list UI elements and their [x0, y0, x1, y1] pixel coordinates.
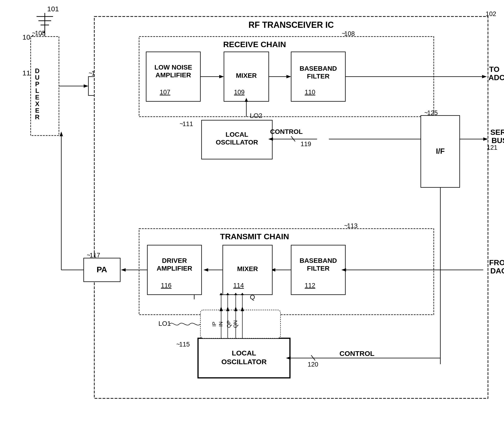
svg-text:P: P — [35, 81, 39, 88]
svg-text:AMPLIFIER: AMPLIFIER — [157, 265, 192, 272]
svg-text:121: 121 — [487, 144, 497, 151]
svg-text:115: 115 — [179, 341, 190, 348]
svg-text:~: ~ — [180, 120, 183, 127]
svg-text:112: 112 — [305, 282, 315, 289]
svg-text:107: 107 — [159, 89, 170, 96]
svg-text:FILTER: FILTER — [307, 73, 330, 80]
svg-text:~: ~ — [32, 30, 36, 37]
svg-text:OSCILLATOR: OSCILLATOR — [221, 358, 267, 365]
svg-text:I: I — [193, 293, 195, 301]
svg-text:Q: Q — [250, 293, 255, 301]
rf-ic-title: RF TRANSCEIVER IC — [248, 20, 334, 30]
svg-text:DRIVER: DRIVER — [162, 257, 187, 264]
svg-text:120: 120 — [308, 361, 318, 368]
svg-text:BUS: BUS — [491, 136, 504, 145]
svg-text:FILTER: FILTER — [307, 265, 330, 272]
svg-text:LO2: LO2 — [250, 112, 262, 119]
receive-chain-title: RECEIVE CHAIN — [223, 40, 286, 49]
svg-text:CONTROL: CONTROL — [270, 128, 303, 135]
svg-text:IN: IN — [218, 321, 224, 327]
svg-text:LOCAL: LOCAL — [232, 349, 256, 357]
svg-text:108: 108 — [344, 30, 355, 37]
svg-text:MIXER: MIXER — [237, 265, 258, 272]
svg-text:~: ~ — [344, 222, 348, 229]
svg-text:E: E — [35, 107, 39, 114]
svg-text:DAC: DAC — [490, 267, 504, 275]
transmit-chain-title: TRANSMIT CHAIN — [220, 232, 289, 241]
svg-text:102: 102 — [486, 10, 496, 17]
svg-text:U: U — [35, 74, 40, 81]
svg-text:125: 125 — [427, 109, 438, 116]
svg-text:CONTROL: CONTROL — [339, 350, 374, 357]
svg-text:AMPLIFIER: AMPLIFIER — [156, 71, 191, 79]
svg-text:X: X — [35, 100, 39, 107]
svg-text:FROM: FROM — [489, 258, 504, 267]
svg-text:~: ~ — [87, 252, 91, 259]
svg-text:LOW NOISE: LOW NOISE — [154, 64, 192, 71]
svg-text:110: 110 — [305, 89, 315, 96]
svg-text:D: D — [35, 67, 40, 74]
svg-text:~: ~ — [89, 70, 93, 77]
svg-text:L: L — [35, 87, 39, 94]
svg-text:SERIAL: SERIAL — [490, 128, 504, 136]
svg-text:105: 105 — [35, 30, 46, 37]
svg-text:ADC: ADC — [488, 73, 504, 82]
svg-text:LO1: LO1 — [159, 320, 171, 327]
svg-text:OSCILLATOR: OSCILLATOR — [216, 139, 258, 146]
svg-text:QN: QN — [232, 320, 238, 328]
svg-text:R: R — [35, 114, 40, 121]
svg-text:BASEBAND: BASEBAND — [300, 257, 337, 264]
svg-text:QP: QP — [226, 320, 232, 328]
svg-text:IP: IP — [211, 322, 217, 327]
svg-text:BASEBAND: BASEBAND — [300, 65, 337, 72]
svg-text:~: ~ — [176, 341, 180, 348]
svg-text:TO: TO — [489, 65, 499, 73]
svg-text:LOCAL: LOCAL — [225, 131, 248, 138]
svg-text:116: 116 — [161, 282, 171, 289]
svg-text:~: ~ — [424, 109, 428, 116]
svg-text:109: 109 — [234, 89, 245, 96]
svg-text:~: ~ — [342, 30, 345, 37]
svg-text:I/F: I/F — [436, 147, 444, 155]
svg-text:MIXER: MIXER — [236, 72, 257, 79]
svg-text:114: 114 — [233, 282, 244, 289]
svg-text:119: 119 — [301, 140, 311, 147]
svg-text:113: 113 — [347, 222, 358, 229]
svg-text:117: 117 — [90, 252, 100, 259]
ref-101-label: 101 — [47, 5, 59, 13]
svg-text:PA: PA — [97, 265, 107, 274]
svg-text:E: E — [35, 94, 39, 101]
svg-text:111: 111 — [182, 120, 193, 127]
